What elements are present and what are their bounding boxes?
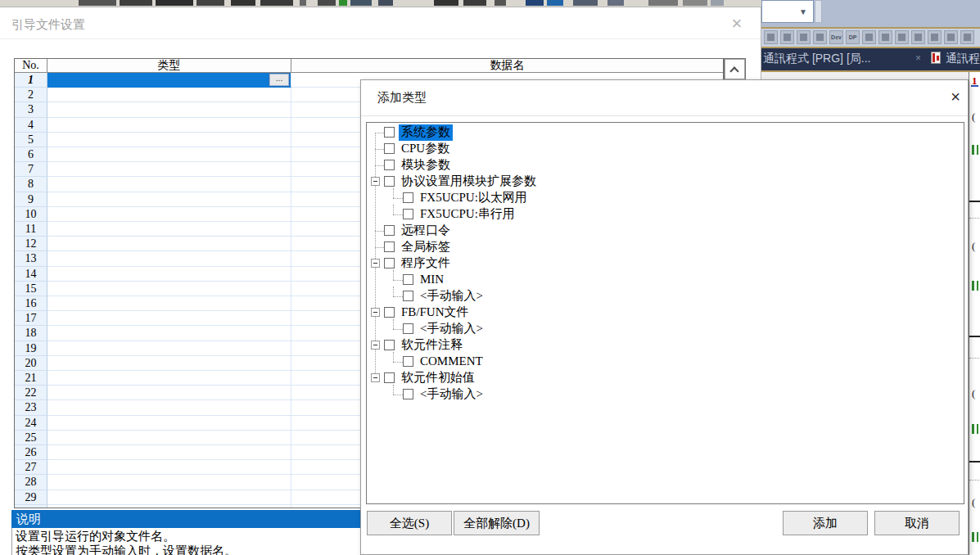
tree-item-label[interactable]: 全局标签 bbox=[399, 239, 453, 255]
cancel-button[interactable]: 取消 bbox=[874, 511, 960, 535]
type-cell[interactable] bbox=[47, 282, 291, 296]
type-cell[interactable] bbox=[47, 237, 291, 251]
type-cell[interactable] bbox=[47, 177, 291, 192]
tree-row[interactable]: 系统参数 bbox=[367, 124, 964, 141]
tree-item-checkbox[interactable] bbox=[403, 274, 413, 285]
tree-row[interactable]: <手动输入> bbox=[367, 288, 964, 305]
tree-item-label[interactable]: <手动输入> bbox=[418, 288, 485, 305]
toolbar-icon[interactable] bbox=[764, 30, 778, 44]
tree-row[interactable]: 远程口令 bbox=[367, 223, 964, 239]
toolbar-icon[interactable] bbox=[928, 30, 942, 44]
tree-item-label[interactable]: <手动输入> bbox=[418, 321, 485, 337]
type-cell[interactable] bbox=[47, 460, 291, 475]
tree-row[interactable]: FB/FUN文件 bbox=[367, 305, 964, 321]
tree-expander-collapse[interactable] bbox=[371, 341, 380, 350]
tree-row[interactable]: 模块参数 bbox=[367, 157, 964, 174]
type-cell[interactable] bbox=[47, 416, 291, 431]
tree-item-label[interactable]: 软元件注释 bbox=[399, 337, 465, 354]
toolbar-icon[interactable] bbox=[797, 30, 811, 44]
tree-item-label[interactable]: 协议设置用模块扩展参数 bbox=[399, 174, 539, 190]
toolbar-icon[interactable] bbox=[911, 30, 925, 44]
deselect-all-button[interactable]: 全部解除(D) bbox=[454, 511, 540, 535]
tree-row[interactable]: MIN bbox=[367, 272, 964, 288]
toolbar-icon[interactable]: Dev bbox=[829, 30, 843, 44]
type-cell[interactable] bbox=[47, 192, 291, 207]
toolbar-icon[interactable] bbox=[878, 30, 892, 44]
toolbar-icon[interactable]: DP bbox=[846, 30, 860, 44]
tree-item-checkbox[interactable] bbox=[384, 258, 395, 268]
tree-expander-collapse[interactable] bbox=[371, 177, 380, 186]
tree-item-checkbox[interactable] bbox=[403, 323, 413, 334]
tree-item-checkbox[interactable] bbox=[384, 127, 395, 138]
tree-item-label[interactable]: FB/FUN文件 bbox=[399, 305, 472, 321]
tree-item-label[interactable]: MIN bbox=[418, 272, 446, 288]
close-icon[interactable]: × bbox=[944, 86, 967, 107]
type-cell[interactable] bbox=[47, 490, 291, 505]
tree-row[interactable]: <手动输入> bbox=[367, 321, 964, 337]
tree-expander-collapse[interactable] bbox=[371, 259, 380, 268]
type-cell[interactable] bbox=[47, 356, 291, 371]
tree-expander-collapse[interactable] bbox=[371, 308, 380, 317]
type-cell[interactable] bbox=[47, 147, 291, 162]
tree-item-label[interactable]: FX5UCPU:串行用 bbox=[418, 206, 517, 223]
toolbar-icon[interactable] bbox=[944, 30, 958, 44]
tree-item-checkbox[interactable] bbox=[384, 225, 395, 236]
type-cell[interactable] bbox=[47, 88, 291, 102]
type-cell[interactable] bbox=[47, 326, 291, 341]
type-cell[interactable] bbox=[47, 118, 291, 133]
tree-item-label[interactable]: 程序文件 bbox=[399, 255, 453, 272]
tree-row[interactable]: 程序文件 bbox=[367, 255, 964, 272]
toolbar-icon[interactable] bbox=[813, 30, 827, 44]
toolbar-icon[interactable] bbox=[862, 30, 876, 44]
tree-item-checkbox[interactable] bbox=[403, 389, 413, 399]
close-icon[interactable]: × bbox=[725, 12, 749, 35]
add-button[interactable]: 添加 bbox=[783, 511, 868, 535]
type-cell[interactable] bbox=[47, 431, 291, 445]
tree-item-label[interactable]: 系统参数 bbox=[399, 124, 453, 141]
tree-item-checkbox[interactable] bbox=[384, 372, 395, 383]
type-cell[interactable] bbox=[47, 371, 291, 386]
type-cell[interactable] bbox=[47, 296, 291, 311]
tree-row[interactable]: FX5UCPU:串行用 bbox=[367, 206, 964, 223]
toolbar-icon[interactable] bbox=[960, 30, 974, 44]
tree-row[interactable]: FX5UCPU:以太网用 bbox=[367, 190, 964, 206]
type-cell[interactable] bbox=[47, 251, 291, 266]
tree-item-checkbox[interactable] bbox=[384, 307, 395, 318]
tree-item-label[interactable]: <手动输入> bbox=[418, 386, 485, 403]
tree-item-checkbox[interactable] bbox=[403, 291, 413, 301]
type-cell[interactable] bbox=[47, 311, 291, 326]
tab-communication-program-2[interactable]: 通訊程 bbox=[946, 52, 980, 66]
tab-communication-program[interactable]: 通訊程式 [PRG] [局... bbox=[763, 52, 870, 66]
type-cell[interactable] bbox=[47, 475, 291, 490]
toolbar-icon[interactable] bbox=[895, 30, 909, 44]
type-cell[interactable] bbox=[47, 222, 291, 237]
tab-close-icon[interactable]: × bbox=[915, 52, 921, 64]
tree-row[interactable]: <手动输入> bbox=[367, 386, 964, 403]
browse-button[interactable]: ... bbox=[269, 74, 289, 86]
tree-item-label[interactable]: 软元件初始值 bbox=[399, 370, 477, 386]
type-cell[interactable] bbox=[47, 102, 291, 117]
toolbar-icon[interactable] bbox=[780, 30, 794, 44]
type-cell[interactable] bbox=[47, 505, 291, 508]
select-all-button[interactable]: 全选(S) bbox=[367, 511, 452, 535]
tree-row[interactable]: 软元件初始值 bbox=[367, 370, 964, 386]
type-cell[interactable] bbox=[47, 207, 291, 222]
tree-row[interactable]: CPU参数 bbox=[367, 141, 964, 157]
tree-item-checkbox[interactable] bbox=[403, 192, 413, 203]
tree-item-checkbox[interactable] bbox=[384, 143, 395, 154]
tree-item-checkbox[interactable] bbox=[403, 356, 413, 367]
tree-item-label[interactable]: 远程口令 bbox=[399, 223, 453, 239]
tree-expander-collapse[interactable] bbox=[371, 373, 380, 382]
type-cell[interactable] bbox=[47, 267, 291, 282]
tree-item-label[interactable]: 模块参数 bbox=[399, 157, 453, 174]
tree-item-label[interactable]: COMMENT bbox=[418, 354, 485, 370]
tree-item-checkbox[interactable] bbox=[384, 160, 395, 170]
tree-item-label[interactable]: FX5UCPU:以太网用 bbox=[418, 190, 530, 206]
tree-row[interactable]: 全局标签 bbox=[367, 239, 964, 255]
type-cell[interactable] bbox=[47, 386, 291, 400]
type-cell[interactable] bbox=[47, 133, 291, 147]
toolbar-overflow-handle[interactable] bbox=[815, 0, 822, 23]
chevron-down-icon[interactable]: ▼ bbox=[796, 7, 811, 18]
tree-row[interactable]: 软元件注释 bbox=[367, 337, 964, 354]
tree-item-checkbox[interactable] bbox=[384, 176, 395, 187]
